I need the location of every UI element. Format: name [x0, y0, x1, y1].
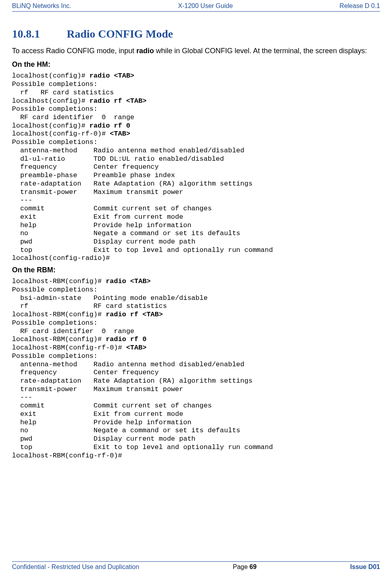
- intro-pre: To access Radio CONFIG mode, input: [12, 47, 136, 55]
- term-line: Possible completions:: [12, 80, 98, 88]
- term-line: help Provide help information: [12, 419, 191, 426]
- term-line: bsi-admin-state Pointing mode enable/dis…: [12, 294, 208, 302]
- section-title: Radio CONFIG Mode: [67, 28, 173, 40]
- term-line: <TAB>: [126, 344, 147, 351]
- term-line: transmit-power Maximum transmit power: [12, 188, 183, 196]
- term-line: preamble-phase Preamble phase index: [12, 172, 175, 179]
- term-line: commit Commit current set of changes: [12, 402, 212, 409]
- term-line: antenna-method Radio antenna method enab…: [12, 147, 245, 154]
- term-line: exit Exit from current mode: [12, 410, 183, 418]
- rbm-label: On the RBM:: [12, 266, 380, 274]
- footer-confidential: Confidential - Restricted Use and Duplic…: [12, 563, 139, 571]
- term-line: localhost-RBM(config-rf-0)#: [12, 344, 126, 351]
- term-line: localhost-RBM(config-rf-0)#: [12, 452, 122, 459]
- term-line: help Provide help information: [12, 222, 191, 229]
- section-heading: 10.8.1 Radio CONFIG Mode: [12, 28, 380, 40]
- term-line: localhost-RBM(config)#: [12, 335, 106, 343]
- term-line: top Exit to top level and optionally run…: [12, 443, 273, 451]
- term-line: frequency Center frequency: [12, 369, 159, 376]
- term-line: commit Commit current set of changes: [12, 205, 212, 212]
- term-line: top Exit to top level and optionally run…: [12, 246, 273, 254]
- intro-paragraph: To access Radio CONFIG mode, input radio…: [12, 46, 380, 56]
- term-line: frequency Center frequency: [12, 163, 159, 171]
- hm-terminal-block: localhost(config)# radio <TAB> Possible …: [12, 72, 380, 263]
- term-line: antenna-method Radio antenna method disa…: [12, 361, 245, 368]
- term-line: <TAB>: [110, 130, 130, 138]
- term-line: radio rf 0: [106, 335, 147, 343]
- section-number: 10.8.1: [12, 28, 64, 40]
- footer-issue: Issue D01: [350, 563, 380, 571]
- rbm-terminal-block: localhost-RBM(config)# radio <TAB> Possi…: [12, 278, 380, 460]
- page-header: BLiNQ Networks Inc. X-1200 User Guide Re…: [12, 0, 380, 12]
- term-line: rf RF card statistics: [12, 89, 114, 96]
- term-line: ---: [12, 196, 32, 204]
- term-line: pwd Display current mode path: [12, 435, 195, 443]
- header-release: Release D 0.1: [340, 2, 380, 10]
- term-line: localhost-RBM(config)#: [12, 311, 106, 318]
- intro-bold: radio: [136, 47, 154, 55]
- header-doc-title: X-1200 User Guide: [178, 2, 233, 10]
- term-line: localhost(config-rf-0)#: [12, 130, 110, 138]
- term-line: transmit-power Maximum transmit power: [12, 385, 183, 393]
- term-line: localhost(config)#: [12, 122, 90, 130]
- term-line: no Negate a command or set its defaults: [12, 427, 240, 434]
- footer-page: Page 69: [233, 563, 257, 571]
- page-footer: Confidential - Restricted Use and Duplic…: [12, 561, 380, 571]
- term-line: RF card identifier 0 range: [12, 114, 134, 121]
- term-line: Possible completions:: [12, 319, 98, 327]
- footer-page-number: 69: [249, 563, 257, 570]
- term-line: radio <TAB>: [106, 278, 151, 285]
- intro-post: while in Global CONFIG level. At the ter…: [154, 47, 367, 55]
- hm-label: On the HM:: [12, 60, 380, 69]
- term-line: rate-adaptation Rate Adaptation (RA) alg…: [12, 377, 253, 385]
- term-line: no Negate a command or set its defaults: [12, 230, 240, 237]
- term-line: radio rf <TAB>: [90, 97, 147, 105]
- term-line: Possible completions:: [12, 352, 98, 360]
- term-line: localhost(config)#: [12, 72, 90, 80]
- term-line: dl-ul-ratio TDD DL:UL ratio enabled/disa…: [12, 155, 224, 163]
- term-line: radio rf 0: [90, 122, 130, 130]
- term-line: exit Exit from current mode: [12, 213, 183, 221]
- term-line: localhost-RBM(config)#: [12, 278, 106, 285]
- term-line: rf RF card statistics: [12, 302, 167, 310]
- term-line: radio <TAB>: [90, 72, 134, 80]
- term-line: rate-adaptation Rate Adaptation (RA) alg…: [12, 180, 253, 188]
- term-line: Possible completions:: [12, 138, 98, 146]
- header-company: BLiNQ Networks Inc.: [12, 2, 71, 10]
- term-line: ---: [12, 393, 32, 401]
- page-content: 10.8.1 Radio CONFIG Mode To access Radio…: [12, 12, 380, 460]
- term-line: localhost(config)#: [12, 97, 90, 105]
- term-line: radio rf <TAB>: [106, 311, 163, 318]
- term-line: localhost(config-radio)#: [12, 254, 110, 262]
- term-line: RF card identifier 0 range: [12, 327, 134, 335]
- term-line: Possible completions:: [12, 105, 98, 113]
- term-line: pwd Display current mode path: [12, 238, 195, 246]
- term-line: Possible completions:: [12, 286, 98, 293]
- footer-page-label: Page: [233, 563, 250, 570]
